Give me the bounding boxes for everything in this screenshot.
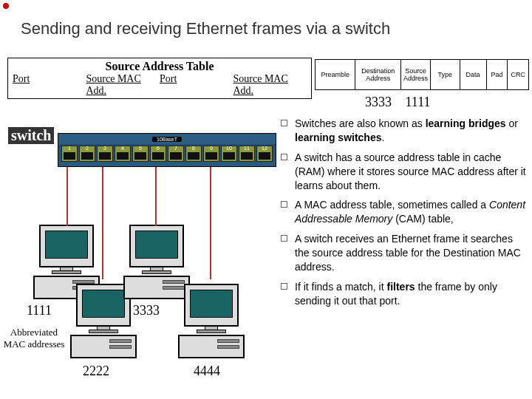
bullet-2: A switch has a source address table in c…: [281, 151, 529, 193]
port-number: 8: [186, 146, 201, 151]
port-12: 12: [256, 146, 273, 162]
port-number: 10: [222, 146, 236, 151]
port-jack-icon: [64, 152, 75, 160]
bullet-1: Switches are also known as learning brid…: [281, 117, 529, 145]
port-jack-icon: [170, 152, 182, 160]
source-address-table: Source Address Table Port Source MAC Add…: [7, 58, 312, 99]
port-number: 9: [204, 146, 219, 151]
mac-addr-2: 2222: [83, 364, 109, 379]
port-jack-icon: [205, 152, 217, 160]
bullet-5: If it finds a match, it filters the fram…: [281, 280, 529, 308]
port-jack-icon: [223, 152, 235, 160]
frame-data: Data: [460, 60, 487, 89]
sa-hdr-mac1: Source MAC Add.: [86, 73, 160, 97]
ethernet-frame: Preamble Destination Address Source Addr…: [315, 59, 529, 90]
port-jack-icon: [259, 152, 270, 160]
port-number: 3: [98, 146, 112, 151]
port-number: 1: [62, 146, 77, 151]
bullet-icon: [281, 120, 287, 126]
port-number: 2: [80, 146, 95, 151]
switch-device: 10BaseT 123456789101112: [58, 133, 276, 167]
port-2: 2: [79, 146, 95, 162]
mac-addr-3: 3333: [133, 303, 160, 318]
port-11: 11: [239, 146, 255, 162]
frame-sa-val: 1111: [406, 95, 431, 109]
bullet-icon: [281, 235, 287, 242]
port-3: 3: [97, 146, 113, 162]
pc-4444: [177, 284, 245, 358]
switch-ports: 123456789101112: [58, 144, 276, 162]
frame-type: Type: [431, 60, 460, 89]
cable-1: [66, 167, 68, 226]
switch-media-label: 10BaseT: [152, 137, 182, 142]
port-10: 10: [221, 146, 237, 162]
sa-hdr-port1: Port: [13, 73, 86, 97]
mac-addr-1: 1111: [27, 303, 52, 318]
bullet-icon: [281, 201, 287, 208]
port-6: 6: [150, 146, 166, 162]
port-number: 7: [168, 146, 183, 151]
abbreviated-label: Abbreviated MAC addresses: [3, 327, 65, 350]
cable-9: [210, 167, 211, 279]
sa-hdr-mac2: Source MAC Add.: [233, 73, 307, 97]
cable-6: [155, 167, 157, 226]
frame-src: Source Address: [401, 60, 431, 89]
cable-3: [102, 167, 103, 279]
port-9: 9: [203, 146, 219, 162]
sa-hdr-port2: Port: [160, 73, 233, 97]
sa-table-title: Source Address Table: [13, 60, 307, 73]
frame-da-val: 3333: [365, 95, 392, 109]
port-8: 8: [185, 146, 202, 162]
bullet-icon: [281, 154, 287, 160]
page-title: Sending and receiving Ethernet frames vi…: [21, 19, 390, 38]
bullet-list: Switches are also known as learning brid…: [281, 117, 529, 314]
frame-pad: Pad: [487, 60, 508, 89]
port-jack-icon: [241, 152, 253, 160]
mac-addr-4: 4444: [194, 364, 220, 379]
frame-preamble: Preamble: [316, 60, 355, 89]
bullet-4: A switch receives an Ethernet frame it s…: [281, 232, 529, 274]
cable-1-arrow: [66, 167, 68, 169]
port-number: 11: [239, 146, 254, 151]
port-jack-icon: [134, 152, 146, 160]
port-jack-icon: [99, 152, 111, 160]
bullet-icon: [281, 283, 287, 290]
bullet-3: A MAC address table, sometimes called a …: [281, 198, 529, 226]
port-jack-icon: [188, 152, 200, 160]
port-5: 5: [132, 146, 149, 162]
port-jack-icon: [152, 152, 164, 160]
red-dot-icon: [3, 3, 9, 9]
port-jack-icon: [117, 152, 129, 160]
sa-table-header: Port Source MAC Add. Port Source MAC Add…: [13, 73, 307, 97]
port-4: 4: [115, 146, 131, 162]
switch-label: switch: [8, 127, 54, 144]
frame-dest: Destination Address: [355, 60, 401, 89]
switch-top: 10BaseT: [58, 134, 276, 144]
port-number: 12: [257, 146, 272, 151]
frame-values: 3333 1111: [365, 95, 441, 110]
frame-crc: CRC: [508, 60, 528, 89]
port-7: 7: [168, 146, 184, 162]
port-jack-icon: [81, 152, 93, 160]
port-1: 1: [61, 146, 78, 162]
port-number: 4: [115, 146, 130, 151]
port-number: 5: [133, 146, 148, 151]
port-number: 6: [151, 146, 166, 151]
